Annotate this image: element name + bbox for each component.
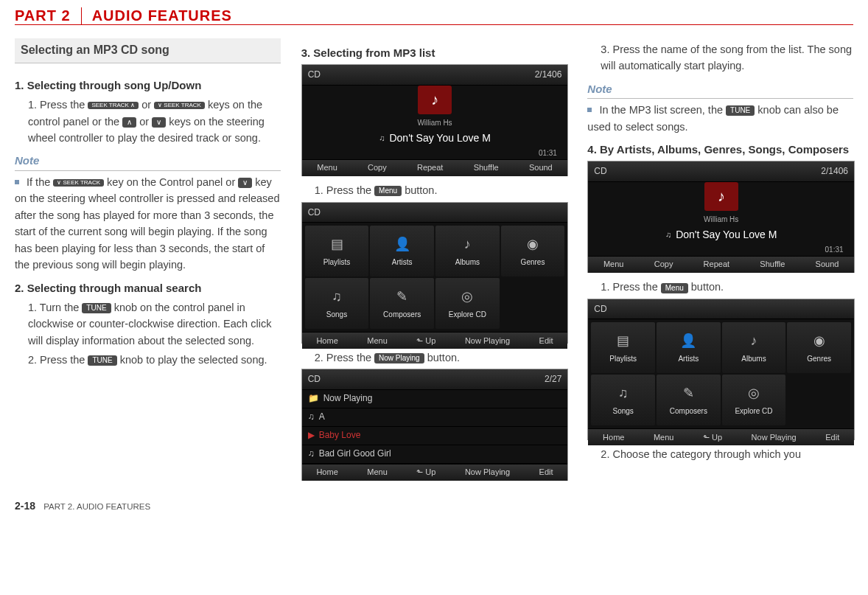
explore-icon: ◎ — [748, 383, 760, 404]
list-item: ♫A — [302, 408, 568, 427]
explore-icon: ◎ — [461, 287, 473, 307]
text: button. — [427, 352, 460, 363]
genre-icon: ◉ — [527, 234, 539, 255]
screenshot-now-playing-2: CD2/1406 ♪ William Hs ♫Don't Say You Lov… — [587, 161, 855, 273]
artist-icon: 👤 — [680, 331, 696, 352]
note-1: If the ∨ SEEK TRACK key on the Control p… — [15, 174, 281, 274]
label: Playlists — [323, 257, 351, 268]
text: or — [139, 116, 152, 128]
artist-icon: 👤 — [394, 234, 410, 255]
btn-sound: Sound — [529, 161, 553, 174]
section-title: Selecting an MP3 CD song — [15, 38, 281, 63]
step-1-1: 1. Press the SEEK TRACK ∧ or ∨ SEEK TRAC… — [15, 97, 281, 146]
up-key: ∧ — [122, 117, 136, 128]
text: 1. Press the — [28, 99, 88, 111]
seek-track-down-key: ∨ SEEK TRACK — [154, 102, 205, 109]
track-count: 2/1406 — [821, 164, 848, 178]
tile-composers: ✎Composers — [657, 375, 721, 425]
btn-menu: Menu — [367, 466, 388, 479]
text: 2. Press the — [315, 352, 374, 363]
music-note-icon: ♫ — [308, 447, 315, 461]
heading-mp3-list: 3. Selecting from MP3 list — [301, 44, 567, 61]
step-2-1: 1. Turn the TUNE knob on the control pan… — [15, 299, 281, 349]
tile-songs: ♫Songs — [591, 375, 655, 425]
composer-icon: ✎ — [396, 287, 407, 307]
songs-icon: ♫ — [618, 383, 629, 404]
seek-track-up-key: SEEK TRACK ∧ — [88, 102, 139, 109]
page-number: 2-18 — [15, 500, 35, 512]
bullet-icon — [587, 108, 592, 112]
songs-icon: ♫ — [332, 287, 342, 307]
tile-explore: ◎Explore CD — [722, 375, 786, 425]
btn-home: Home — [316, 466, 337, 479]
btn-sound: Sound — [816, 258, 839, 271]
btn-now-playing: Now Playing — [465, 466, 510, 479]
page-header: PART 2 AUDIO FEATURES — [15, 7, 853, 25]
heading-by-category: 4. By Artists, Albums, Genres, Songs, Co… — [587, 141, 853, 158]
label: Composers — [670, 406, 707, 417]
tune-key: TUNE — [88, 355, 116, 366]
tile-albums: ♪Albums — [435, 226, 500, 276]
text: 1. Press the — [601, 281, 660, 293]
btn-repeat: Repeat — [417, 161, 443, 174]
btn-now-playing: Now Playing — [465, 335, 510, 347]
step-4-2: 2. Choose the category through which you — [587, 446, 853, 462]
album-icon: ♪ — [464, 234, 471, 255]
cd-label: CD — [308, 68, 321, 82]
tile-albums: ♪Albums — [722, 322, 786, 373]
step-4-1: 1. Press the Menu button. — [587, 279, 853, 295]
seek-track-down-key: ∨ SEEK TRACK — [53, 179, 104, 187]
screenshot-song-list: CD2/27 📁Now Playing ♫A ▶Baby Love ♫Bad G… — [301, 369, 569, 481]
text: In the MP3 list screen, the — [599, 104, 726, 116]
down-key: ∨ — [152, 117, 166, 128]
text: knob to play the selected song. — [120, 354, 267, 366]
tile-playlists: ▤Playlists — [591, 322, 655, 373]
label: Songs — [612, 406, 633, 417]
now-playing-key: Now Playing — [374, 353, 424, 363]
song-title: Don't Say You Love M — [676, 226, 777, 245]
artist-name: William Hs — [704, 214, 738, 226]
play-time: 01:31 — [539, 147, 557, 159]
btn-up: ⬑ Up — [416, 466, 435, 479]
note-label: Note — [15, 152, 281, 170]
text: 1. Press the — [315, 184, 374, 196]
tile-artists: 👤Artists — [657, 322, 721, 373]
tune-key: TUNE — [726, 105, 755, 116]
step-3-1: 1. Press the Menu button. — [301, 182, 567, 198]
btn-home: Home — [603, 431, 624, 444]
label: Genres — [521, 257, 545, 268]
btn-copy: Copy — [654, 258, 673, 271]
btn-now-playing: Now Playing — [752, 431, 797, 444]
menu-key: Menu — [374, 186, 402, 196]
step-3-2: 2. Press the Now Playing button. — [301, 349, 567, 366]
label: Genres — [807, 353, 831, 365]
text: key on the Control panel or — [107, 176, 238, 188]
label: Explore CD — [735, 406, 772, 417]
label: Bad Girl Good Girl — [319, 447, 391, 461]
folder-icon: 📁 — [308, 392, 319, 406]
cd-label: CD — [308, 206, 321, 220]
text: 2. Press the — [28, 354, 88, 366]
btn-repeat: Repeat — [704, 258, 729, 271]
label: Composers — [383, 309, 421, 321]
cd-label: CD — [308, 372, 321, 386]
column-1: Selecting an MP3 CD song 1. Selecting th… — [15, 38, 281, 487]
track-count: 2/27 — [545, 372, 561, 386]
text: or — [141, 99, 154, 111]
screenshot-menu-grid-2: CD ▤Playlists 👤Artists ♪Albums ◉Genres ♫… — [587, 299, 855, 440]
tile-genres: ◉Genres — [501, 226, 565, 276]
btn-menu: Menu — [603, 258, 624, 271]
composer-icon: ✎ — [683, 383, 694, 404]
part-title: AUDIO FEATURES — [92, 7, 232, 24]
label: Albums — [741, 353, 766, 365]
down-key: ∨ — [238, 178, 252, 188]
btn-copy: Copy — [368, 161, 387, 174]
label: Albums — [455, 257, 480, 268]
list-item: ♫Bad Girl Good Girl — [302, 445, 568, 464]
album-icon: ♪ — [751, 331, 757, 352]
note-label: Note — [587, 80, 853, 99]
album-art-icon: ♪ — [704, 182, 738, 211]
footer: 2-18 PART 2. AUDIO FEATURES — [15, 500, 853, 512]
btn-up: ⬑ Up — [416, 335, 435, 347]
list-header: 📁Now Playing — [302, 390, 568, 408]
